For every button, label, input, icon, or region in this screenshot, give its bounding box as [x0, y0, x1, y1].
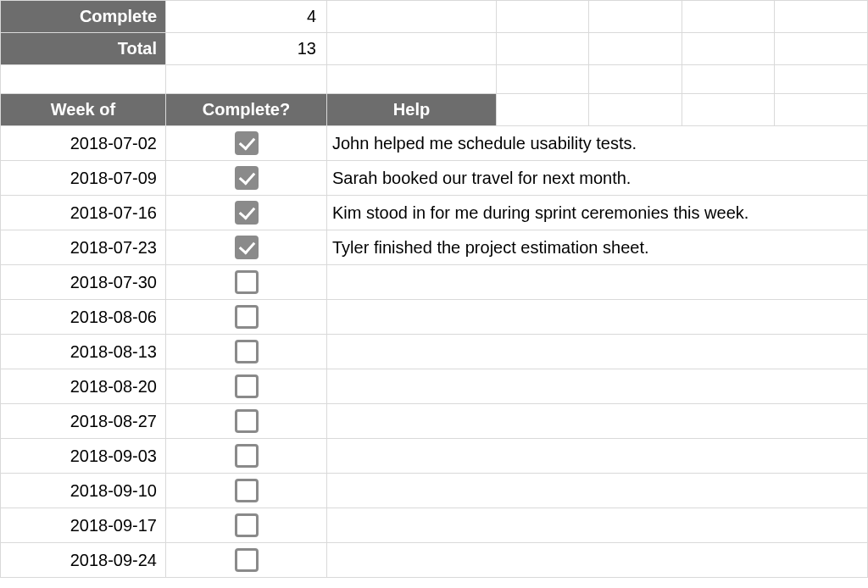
date-cell[interactable]: 2018-09-03: [1, 439, 166, 474]
spreadsheet-grid[interactable]: Complete 4 Total 13 Week of Complete? He…: [0, 0, 868, 578]
cell[interactable]: [589, 1, 682, 33]
checkbox-cell[interactable]: [166, 126, 327, 161]
summary-total-value[interactable]: 13: [166, 33, 327, 65]
help-cell[interactable]: [327, 439, 868, 474]
cell[interactable]: [589, 33, 682, 65]
help-cell[interactable]: [327, 543, 868, 578]
checkbox-cell[interactable]: [166, 300, 327, 335]
summary-complete-value[interactable]: 4: [166, 1, 327, 33]
date-cell[interactable]: 2018-08-20: [1, 369, 166, 404]
checkbox-icon[interactable]: [235, 305, 259, 329]
help-cell[interactable]: [327, 300, 868, 335]
date-cell[interactable]: 2018-09-24: [1, 543, 166, 578]
checkbox-icon[interactable]: [235, 444, 259, 468]
date-cell[interactable]: 2018-07-02: [1, 126, 166, 161]
date-cell[interactable]: 2018-08-27: [1, 404, 166, 439]
header-complete: Complete?: [166, 94, 327, 126]
cell[interactable]: [1, 65, 166, 94]
cell[interactable]: [497, 65, 589, 94]
date-cell[interactable]: 2018-07-23: [1, 230, 166, 265]
checkbox-cell[interactable]: [166, 369, 327, 404]
cell[interactable]: [682, 94, 774, 126]
help-cell[interactable]: Tyler finished the project estimation sh…: [327, 230, 868, 265]
cell[interactable]: [327, 1, 497, 33]
checkbox-icon[interactable]: [235, 409, 259, 433]
checkbox-icon[interactable]: [235, 548, 259, 572]
help-cell[interactable]: John helped me schedule usability tests.: [327, 126, 868, 161]
cell[interactable]: [775, 94, 868, 126]
date-cell[interactable]: 2018-08-13: [1, 335, 166, 369]
date-cell[interactable]: 2018-07-09: [1, 161, 166, 196]
cell[interactable]: [589, 94, 682, 126]
checkbox-cell[interactable]: [166, 404, 327, 439]
checkbox-icon[interactable]: [235, 270, 259, 294]
checkbox-icon[interactable]: [235, 131, 259, 155]
help-cell[interactable]: Sarah booked our travel for next month.: [327, 161, 868, 196]
date-cell[interactable]: 2018-07-16: [1, 196, 166, 230]
help-cell[interactable]: [327, 474, 868, 508]
summary-complete-label: Complete: [1, 1, 166, 33]
checkbox-icon[interactable]: [235, 374, 259, 398]
cell[interactable]: [775, 33, 868, 65]
cell[interactable]: [497, 1, 589, 33]
cell[interactable]: [327, 65, 497, 94]
checkbox-cell[interactable]: [166, 439, 327, 474]
date-cell[interactable]: 2018-07-30: [1, 265, 166, 300]
checkbox-cell[interactable]: [166, 161, 327, 196]
cell[interactable]: [327, 33, 497, 65]
cell[interactable]: [589, 65, 682, 94]
date-cell[interactable]: 2018-08-06: [1, 300, 166, 335]
checkbox-icon[interactable]: [235, 479, 259, 502]
cell[interactable]: [166, 65, 327, 94]
cell[interactable]: [682, 33, 774, 65]
checkbox-icon[interactable]: [235, 236, 259, 259]
header-week: Week of: [1, 94, 166, 126]
summary-total-label: Total: [1, 33, 166, 65]
checkbox-cell[interactable]: [166, 196, 327, 230]
checkbox-icon[interactable]: [235, 166, 259, 190]
checkbox-cell[interactable]: [166, 474, 327, 508]
cell[interactable]: [497, 94, 589, 126]
checkbox-cell[interactable]: [166, 265, 327, 300]
help-cell[interactable]: [327, 404, 868, 439]
cell[interactable]: [682, 65, 774, 94]
help-cell[interactable]: [327, 335, 868, 369]
checkbox-cell[interactable]: [166, 335, 327, 369]
help-cell[interactable]: [327, 369, 868, 404]
date-cell[interactable]: 2018-09-17: [1, 508, 166, 543]
checkbox-cell[interactable]: [166, 508, 327, 543]
cell[interactable]: [775, 65, 868, 94]
checkbox-cell[interactable]: [166, 230, 327, 265]
help-cell[interactable]: Kim stood in for me during sprint ceremo…: [327, 196, 868, 230]
checkbox-icon[interactable]: [235, 340, 259, 363]
cell[interactable]: [497, 33, 589, 65]
checkbox-icon[interactable]: [235, 513, 259, 537]
cell[interactable]: [682, 1, 774, 33]
header-help: Help: [327, 94, 497, 126]
help-cell[interactable]: [327, 508, 868, 543]
date-cell[interactable]: 2018-09-10: [1, 474, 166, 508]
help-cell[interactable]: [327, 265, 868, 300]
cell[interactable]: [775, 1, 868, 33]
checkbox-icon[interactable]: [235, 201, 259, 225]
checkbox-cell[interactable]: [166, 543, 327, 578]
